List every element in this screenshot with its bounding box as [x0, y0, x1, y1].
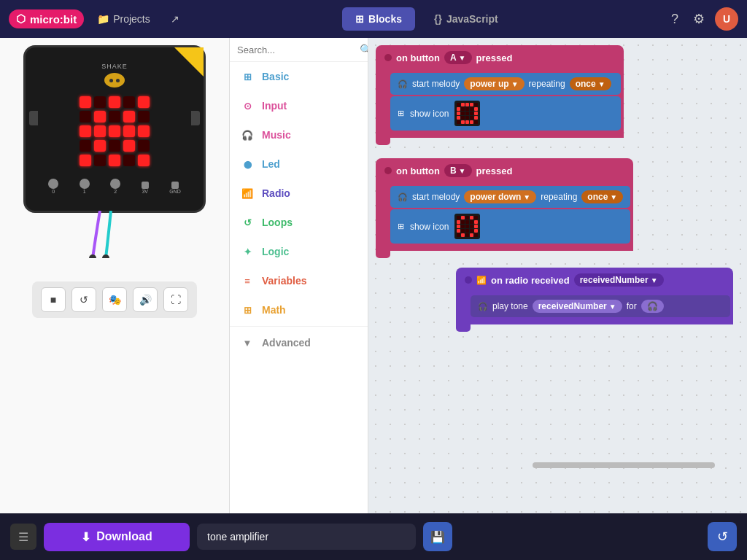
once-val-a[interactable]: once ▼ — [570, 77, 611, 90]
search-input[interactable] — [237, 44, 360, 55]
lp — [465, 116, 469, 120]
lp — [474, 112, 478, 115]
pin-3v-label: 3V — [142, 189, 149, 194]
logo[interactable]: ⬡ micro:bit — [9, 9, 84, 28]
sidebar-item-radio[interactable]: 📶 Radio — [230, 179, 368, 208]
share-button[interactable]: ↗ — [163, 9, 187, 29]
event-body-a: 🎧 start melody power up ▼ repeating once… — [376, 70, 624, 138]
sidebar-item-math[interactable]: ⊞ Math — [230, 295, 368, 324]
led-1-0 — [80, 111, 91, 122]
lp — [474, 116, 478, 120]
received-number-pill[interactable]: receivedNumber ▼ — [574, 273, 664, 287]
save-button[interactable]: 💾 — [423, 522, 452, 551]
melody-val-a[interactable]: power up ▼ — [464, 77, 524, 90]
settings-button[interactable]: ⚙ — [689, 7, 709, 31]
cables-svg — [85, 211, 144, 258]
pin-gnd: GND — [169, 182, 181, 194]
sidebar-toggle-button[interactable]: ☰ — [10, 524, 36, 550]
led-label: Led — [262, 158, 280, 170]
duration-pill[interactable]: 🎧 — [641, 300, 664, 313]
volume-button[interactable]: 🔊 — [133, 287, 158, 312]
play-tone-block[interactable]: 🎧 play tone receivedNumber ▼ for 🎧 — [471, 295, 730, 317]
input-label: Input — [262, 100, 287, 112]
block-group-button-a[interactable]: on button A ▼ pressed 🎧 start melody pow… — [376, 45, 624, 145]
led-preview-b[interactable] — [454, 214, 480, 239]
repeating-label-b: repeating — [541, 192, 577, 202]
button-b-pill[interactable]: B ▼ — [444, 164, 472, 177]
user-avatar[interactable]: U — [715, 7, 738, 31]
pin-0-label: 0 — [48, 189, 58, 194]
show-icon-block-b[interactable]: ⊞ show icon — [390, 209, 630, 244]
canvas-horizontal-scrollbar[interactable] — [533, 462, 715, 468]
microbit-face — [104, 73, 125, 88]
button-a[interactable] — [29, 111, 38, 125]
freq-pill[interactable]: receivedNumber ▼ — [533, 300, 622, 313]
led-0-1 — [94, 96, 106, 108]
block-group-radio[interactable]: 📶 on radio received receivedNumber ▼ 🎧 p… — [456, 268, 733, 332]
melody-headphone-icon-a: 🎧 — [398, 79, 408, 89]
help-button[interactable]: ? — [667, 7, 683, 31]
sidebar-item-logic[interactable]: ✦ Logic — [230, 237, 368, 266]
show-icon-block-a[interactable]: ⊞ show icon — [390, 96, 621, 131]
button-a-dropdown-icon: ▼ — [459, 54, 466, 62]
blocks-canvas[interactable]: on button A ▼ pressed 🎧 start melody pow… — [368, 38, 747, 513]
sidebar-item-variables[interactable]: ≡ Variables — [230, 266, 368, 295]
lp — [474, 120, 478, 124]
led-2-2 — [109, 125, 120, 137]
fullscreen-button[interactable]: ⛶ — [163, 287, 188, 312]
projects-button[interactable]: 📁 Projects — [90, 9, 158, 29]
projects-folder-icon: 📁 — [97, 13, 109, 25]
screenshot-button[interactable]: 🎭 — [102, 287, 127, 312]
lp — [470, 103, 473, 106]
eye-left — [109, 79, 113, 82]
received-number-dropdown: ▼ — [651, 276, 658, 284]
advanced-label: Advanced — [262, 337, 311, 349]
download-button[interactable]: ⬇ Download — [44, 523, 190, 551]
math-label: Math — [262, 304, 286, 316]
for-label: for — [627, 301, 637, 311]
download-icon: ⬇ — [81, 530, 90, 544]
repeating-label-a: repeating — [529, 79, 565, 89]
loops-label: Loops — [262, 217, 293, 228]
project-name-input[interactable] — [197, 524, 416, 550]
pressed-label-a: pressed — [476, 52, 513, 63]
sidebar-item-advanced[interactable]: ▼ Advanced — [230, 328, 368, 357]
event-block-b[interactable]: on button B ▼ pressed — [376, 158, 633, 183]
sidebar-item-led[interactable]: ⬤ Led — [230, 149, 368, 179]
melody-block-a[interactable]: 🎧 start melody power up ▼ repeating once… — [390, 73, 621, 95]
button-b[interactable] — [191, 111, 200, 125]
led-4-4 — [138, 155, 150, 166]
pin-0-circle — [48, 179, 58, 189]
pin-3v: 3V — [142, 182, 149, 194]
led-1-3 — [123, 111, 135, 122]
logic-icon: ✦ — [240, 244, 255, 259]
restart-button[interactable]: ↺ — [71, 287, 96, 312]
led-2-0 — [80, 125, 91, 137]
pin-gnd-label: GND — [169, 189, 181, 194]
sidebar-item-music[interactable]: 🎧 Music — [230, 120, 368, 149]
sidebar-item-input[interactable]: ⊙ Input — [230, 91, 368, 120]
lp — [465, 120, 469, 124]
event-block-radio[interactable]: 📶 on radio received receivedNumber ▼ — [456, 268, 733, 292]
tab-blocks[interactable]: ⊞ Blocks — [342, 7, 415, 31]
tab-javascript[interactable]: {} JavaScript — [421, 7, 511, 31]
melody-val-b[interactable]: power down ▼ — [464, 190, 536, 203]
event-label-a: on button — [396, 52, 440, 63]
once-val-b[interactable]: once ▼ — [581, 190, 623, 203]
sidebar-item-loops[interactable]: ↺ Loops — [230, 208, 368, 237]
svg-point-1 — [102, 254, 109, 258]
variables-label: Variables — [262, 275, 307, 287]
search-icon: 🔍 — [360, 44, 368, 55]
stop-button[interactable]: ■ — [41, 287, 66, 312]
block-group-button-b[interactable]: on button B ▼ pressed 🎧 start melody pow… — [376, 158, 633, 258]
led-preview-a[interactable] — [454, 101, 480, 126]
melody-block-b[interactable]: 🎧 start melody power down ▼ repeating on… — [390, 186, 630, 208]
led-3-0 — [80, 140, 91, 152]
lp — [461, 107, 465, 111]
button-a-pill[interactable]: A ▼ — [444, 51, 472, 64]
event-block-a[interactable]: on button A ▼ pressed — [376, 45, 624, 70]
download-label: Download — [96, 530, 152, 543]
undo-button[interactable]: ↺ — [708, 522, 737, 551]
sidebar-item-basic[interactable]: ⊞ Basic — [230, 62, 368, 91]
freq-dropdown: ▼ — [609, 303, 616, 311]
